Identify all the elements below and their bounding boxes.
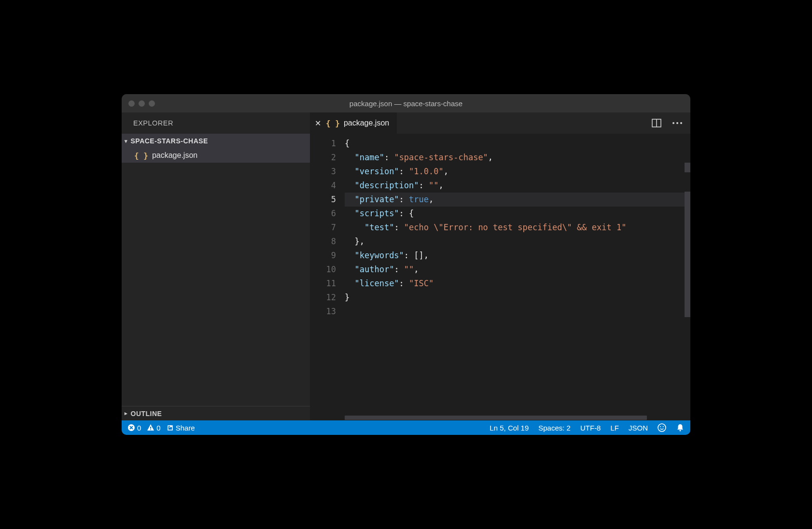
chevron-right-icon: ▸ — [125, 410, 128, 417]
svg-point-12 — [663, 426, 664, 427]
status-bar: 0 0 Share Ln 5, Col 19 Spaces: 2 UTF-8 L… — [122, 420, 690, 435]
svg-point-13 — [679, 430, 681, 431]
tab-label: package.json — [344, 119, 389, 127]
file-item-package-json[interactable]: { } package.json — [122, 148, 310, 163]
status-warnings[interactable]: 0 — [147, 424, 160, 432]
scrollbar-horizontal[interactable] — [310, 415, 690, 420]
status-errors[interactable]: 0 — [127, 424, 141, 432]
svg-point-11 — [660, 426, 661, 427]
status-share[interactable]: Share — [167, 424, 195, 432]
code-area[interactable]: { "name": "space-stars-chase", "version"… — [345, 134, 690, 415]
sidebar-title: EXPLORER — [122, 112, 310, 134]
window-title: package.json — space-stars-chase — [122, 99, 690, 108]
feedback-icon[interactable] — [658, 423, 666, 432]
status-language[interactable]: JSON — [629, 424, 648, 432]
outline-header[interactable]: ▸ OUTLINE — [122, 406, 310, 420]
more-actions-icon[interactable] — [672, 122, 683, 125]
window: package.json — space-stars-chase EXPLORE… — [122, 94, 690, 435]
status-cursor[interactable]: Ln 5, Col 19 — [490, 424, 529, 432]
file-tree: { } package.json — [122, 148, 310, 406]
tab-package-json[interactable]: ✕ { } package.json — [310, 112, 397, 134]
window-maximize-button[interactable] — [149, 100, 155, 107]
bell-icon[interactable] — [676, 423, 685, 432]
tab-bar: ✕ { } package.json — [310, 112, 690, 134]
status-eol[interactable]: LF — [610, 424, 619, 432]
close-icon[interactable]: ✕ — [315, 119, 321, 128]
error-icon — [127, 424, 135, 432]
status-errors-count: 0 — [137, 424, 141, 432]
folder-header[interactable]: ▾ SPACE-STARS-CHASE — [122, 134, 310, 148]
sidebar: EXPLORER ▾ SPACE-STARS-CHASE { } package… — [122, 112, 310, 420]
editor-group: ✕ { } package.json 12345678910111213 { — [310, 112, 690, 420]
status-encoding[interactable]: UTF-8 — [580, 424, 601, 432]
svg-point-3 — [676, 122, 678, 124]
status-spaces[interactable]: Spaces: 2 — [538, 424, 571, 432]
svg-point-10 — [658, 424, 666, 432]
share-icon — [167, 424, 174, 432]
editor-body[interactable]: 12345678910111213 { "name": "space-stars… — [310, 134, 690, 415]
window-close-button[interactable] — [128, 100, 135, 107]
split-editor-icon[interactable] — [652, 119, 661, 127]
file-item-label: package.json — [152, 151, 197, 160]
scrollbar-vertical[interactable] — [685, 134, 690, 415]
status-share-label: Share — [176, 424, 195, 432]
warning-icon — [147, 424, 154, 432]
window-minimize-button[interactable] — [139, 100, 145, 107]
json-file-icon: { } — [326, 119, 340, 128]
svg-point-4 — [680, 122, 682, 124]
folder-name: SPACE-STARS-CHASE — [131, 137, 208, 145]
line-number-gutter: 12345678910111213 — [310, 134, 345, 415]
svg-point-2 — [672, 122, 674, 124]
status-warnings-count: 0 — [156, 424, 160, 432]
titlebar: package.json — space-stars-chase — [122, 94, 690, 112]
chevron-down-icon: ▾ — [125, 138, 128, 144]
traffic-lights — [122, 100, 155, 107]
outline-label: OUTLINE — [131, 410, 162, 418]
json-file-icon: { } — [134, 151, 148, 160]
svg-point-9 — [150, 429, 151, 430]
